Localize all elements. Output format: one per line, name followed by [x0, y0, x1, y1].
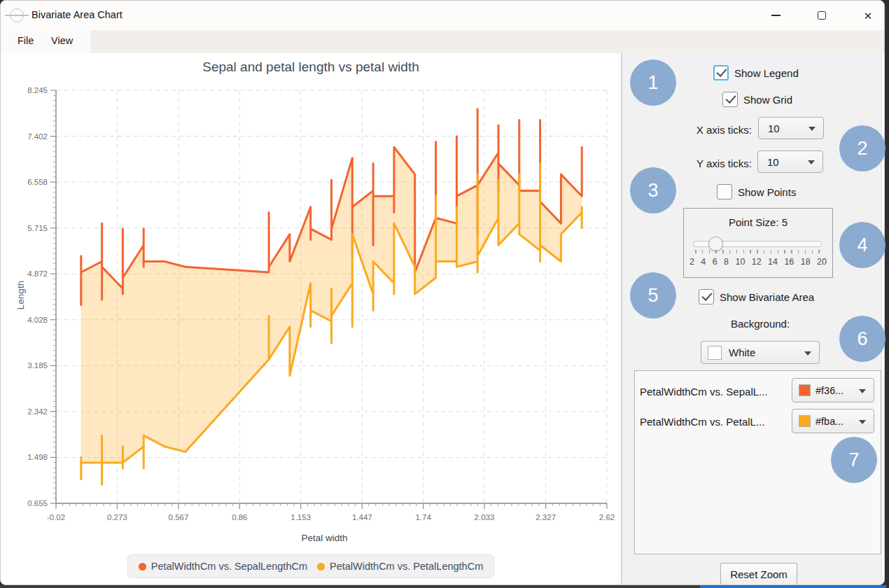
legend-label: PetalWidthCm vs. SepalLengthCm: [151, 561, 307, 572]
svg-text:2.342: 2.342: [27, 407, 48, 416]
svg-text:8.245: 8.245: [27, 86, 48, 94]
maximize-button[interactable]: [806, 1, 838, 30]
svg-text:2.033: 2.033: [475, 513, 495, 522]
slider-ticks: [695, 250, 820, 253]
scale-label: 8: [724, 257, 729, 267]
scale-label: 16: [784, 257, 794, 267]
scale-label: 14: [768, 257, 778, 267]
series-color-value: #fba...: [816, 416, 844, 427]
svg-text:0.273: 0.273: [107, 513, 127, 522]
chevron-down-icon: [804, 351, 811, 356]
y-axis-ticks-value: 10: [767, 156, 779, 168]
y-axis-label: Length: [15, 260, 26, 330]
menu-view[interactable]: View: [47, 34, 77, 48]
legend-label: PetalWidthCm vs. PetalLengthCm: [330, 561, 483, 572]
chevron-down-icon: [859, 420, 866, 424]
show-bivariate-area-checkbox[interactable]: [699, 289, 714, 304]
legend-item: PetalWidthCm vs. PetalLengthCm: [317, 561, 483, 572]
scale-label: 12: [752, 257, 762, 267]
menu-file[interactable]: File: [13, 34, 38, 48]
minimize-icon: [771, 15, 780, 16]
annotation-circle-3: 3: [630, 167, 676, 214]
background-value: White: [729, 346, 755, 358]
show-grid-label: Show Grid: [743, 92, 792, 108]
maximize-icon: [818, 11, 826, 20]
title-bar: Bivariate Area Chart ✕: [1, 1, 885, 30]
scale-label: 10: [735, 257, 745, 267]
svg-text:7.402: 7.402: [27, 132, 48, 141]
svg-text:2.62: 2.62: [599, 513, 615, 522]
svg-text:-0.02: -0.02: [47, 513, 65, 522]
series-color-value: #f36...: [816, 385, 844, 396]
show-legend-checkbox[interactable]: [713, 65, 729, 80]
svg-text:1.153: 1.153: [290, 513, 311, 522]
svg-text:5.715: 5.715: [27, 224, 48, 232]
x-axis-ticks-value: 10: [768, 122, 780, 134]
show-grid-checkbox[interactable]: [722, 92, 738, 107]
legend-dot-icon: [317, 563, 325, 570]
window-title: Bivariate Area Chart: [31, 9, 122, 20]
desktop-right-strip: [885, 0, 889, 588]
chevron-down-icon: [808, 127, 816, 131]
menu-bar: File View: [1, 30, 885, 53]
svg-text:6.558: 6.558: [27, 178, 48, 186]
legend-dot-icon: [139, 563, 146, 570]
annotation-circle-7: 7: [831, 437, 877, 483]
annotation-circle-4: 4: [839, 222, 886, 268]
svg-text:4.028: 4.028: [27, 316, 48, 324]
svg-text:0.655: 0.655: [27, 499, 48, 507]
minimize-button[interactable]: [760, 1, 792, 30]
close-icon: ✕: [864, 10, 873, 21]
x-axis-ticks-dropdown[interactable]: 10: [758, 117, 824, 139]
series-row-label: PetalWidthCm vs. SepalL...: [640, 384, 768, 400]
series-color-swatch: [799, 384, 811, 396]
svg-text:0.86: 0.86: [232, 513, 247, 522]
slider-scale-labels: 2 4 6 8 10 12 14 16 18 20: [690, 257, 827, 267]
show-points-checkbox[interactable]: [717, 184, 732, 200]
svg-text:1.74: 1.74: [415, 513, 431, 522]
scale-label: 18: [801, 257, 811, 267]
y-axis-ticks-label: Y axis ticks:: [683, 156, 752, 172]
background-dropdown[interactable]: White: [701, 341, 820, 364]
chevron-down-icon: [808, 160, 815, 164]
svg-text:0.567: 0.567: [169, 513, 189, 522]
scale-label: 2: [690, 257, 694, 267]
annotation-circle-5: 5: [630, 272, 676, 318]
chart-plot[interactable]: -0.020.2730.5670.861.1531.4471.742.0332.…: [8, 53, 621, 585]
taskbar-blue-segment: [700, 585, 886, 588]
close-button[interactable]: ✕: [852, 1, 884, 30]
annotation-circle-2: 2: [839, 125, 886, 172]
point-size-slider-handle[interactable]: [708, 237, 723, 251]
scale-label: 6: [713, 257, 718, 267]
svg-text:3.185: 3.185: [27, 361, 48, 370]
point-size-title: Point Size: 5: [683, 215, 833, 230]
show-points-label: Show Points: [738, 185, 796, 200]
x-axis-ticks-label: X axis ticks:: [683, 122, 752, 138]
x-axis-label: Petal width: [49, 533, 600, 543]
background-swatch: [708, 346, 722, 360]
svg-text:4.872: 4.872: [27, 270, 48, 278]
legend-item: PetalWidthCm vs. SepalLengthCm: [139, 561, 307, 572]
app-root: Bivariate Area Chart ✕ File View Sepal a…: [0, 0, 889, 588]
svg-text:1.447: 1.447: [352, 513, 372, 522]
background-label: Background:: [701, 316, 820, 332]
chevron-down-icon: [859, 389, 866, 393]
chart-legend: PetalWidthCm vs. SepalLengthCm PetalWidt…: [127, 554, 494, 578]
annotation-circle-1: 1: [630, 59, 676, 106]
app-window: Bivariate Area Chart ✕ File View Sepal a…: [0, 0, 885, 585]
svg-text:2.327: 2.327: [536, 513, 556, 522]
chart-area: Sepal and petal length vs petal width -0…: [1, 53, 621, 585]
legend-wrap: PetalWidthCm vs. SepalLengthCm PetalWidt…: [1, 554, 621, 578]
series-color-dropdown[interactable]: #fba...: [792, 409, 874, 433]
series-row-label: PetalWidthCm vs. PetalL...: [640, 414, 764, 430]
series-color-dropdown[interactable]: #f36...: [792, 378, 874, 402]
show-bivariate-area-label: Show Bivariate Area: [720, 290, 814, 305]
reset-zoom-button[interactable]: Reset Zoom: [720, 563, 797, 585]
y-axis-ticks-dropdown[interactable]: 10: [757, 150, 823, 173]
show-legend-label: Show Legend: [734, 66, 799, 81]
app-icon-line: [5, 15, 29, 16]
scale-label: 20: [817, 257, 827, 267]
annotation-circle-6: 6: [839, 316, 886, 362]
scale-label: 4: [701, 257, 706, 267]
svg-text:1.498: 1.498: [27, 453, 48, 461]
